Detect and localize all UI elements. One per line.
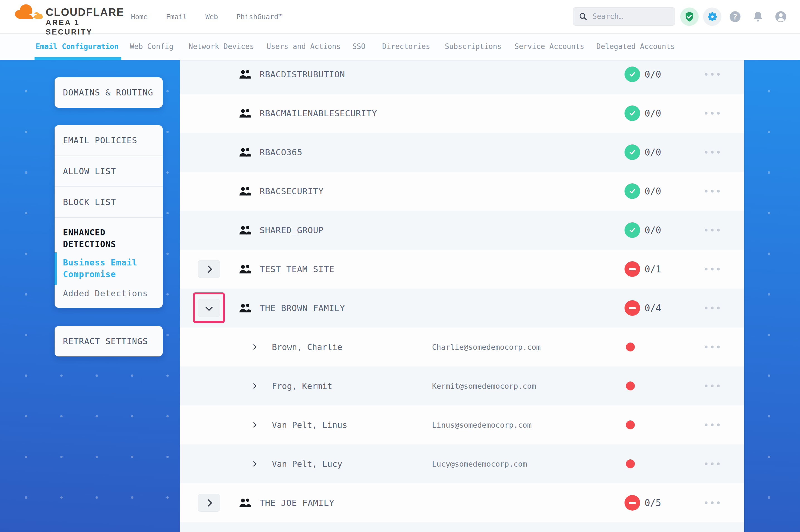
sidebar-item-retract-settings[interactable]: RETRACT SETTINGS — [55, 326, 163, 357]
sidebar-card-1: DOMAINS & ROUTING — [55, 77, 163, 108]
status-blocked-badge — [624, 261, 640, 277]
sidebar-card-3: RETRACT SETTINGS — [55, 326, 163, 357]
tab-delegated-accounts[interactable]: Delegated Accounts — [596, 33, 675, 60]
member-email: Linus@somedemocorp.com — [432, 421, 532, 429]
group-name: THE BROWN FAMILY — [260, 303, 345, 313]
member-name: Van Pelt, Lucy — [272, 459, 342, 469]
detection-count: 0/0 — [644, 108, 661, 119]
list-bottom-filler — [180, 522, 744, 532]
row-actions-menu-button[interactable] — [703, 419, 721, 431]
chevron-right-icon[interactable] — [251, 461, 257, 467]
app-header: CLOUDFLARE AREA 1 SECURITY HomeEmailWebP… — [0, 0, 800, 34]
expand-group-button[interactable] — [198, 260, 220, 278]
help-button[interactable]: ? — [726, 7, 744, 26]
table-row-member: Van Pelt, LucyLucy@somedemocorp.com — [180, 444, 744, 483]
status-ok-badge — [624, 222, 640, 238]
status-ok-badge — [624, 106, 640, 121]
account-button[interactable] — [771, 7, 790, 26]
sidebar-card-2: EMAIL POLICIESALLOW LISTBLOCK LISTENHANC… — [55, 125, 163, 308]
tab-service-accounts[interactable]: Service Accounts — [514, 33, 584, 60]
sidebar-item-domains-routing[interactable]: DOMAINS & ROUTING — [55, 77, 163, 108]
chevron-right-icon[interactable] — [251, 344, 257, 350]
member-name: Brown, Charlie — [272, 342, 342, 352]
group-name: RBACO365 — [260, 147, 302, 157]
table-row-group: RBACSECURITY0/0 — [180, 172, 744, 211]
sidebar-item-email-policies[interactable]: EMAIL POLICIES — [55, 125, 163, 156]
row-actions-menu-button[interactable] — [703, 458, 721, 469]
member-email: Kermit@somedemocorp.com — [432, 382, 536, 391]
row-actions-menu-button[interactable] — [703, 380, 721, 392]
sidebar-item-allow-list[interactable]: ALLOW LIST — [55, 156, 163, 187]
sidebar-item-business-email-compromise[interactable]: Business Email Compromise — [55, 252, 163, 285]
table-row-group: RBACDISTRUBUTION0/0 — [180, 60, 744, 94]
minus-icon — [629, 502, 636, 504]
table-row-member: Brown, CharlieCharlie@somedemocorp.com — [180, 327, 744, 366]
header-link-phishguard[interactable]: PhishGuard™ — [236, 13, 283, 21]
sidebar-item-enhanced-detections: ENHANCED DETECTIONS — [55, 218, 163, 252]
row-actions-menu-button[interactable] — [703, 69, 721, 80]
group-name: RBACSECURITY — [260, 186, 324, 196]
search-input[interactable] — [592, 12, 666, 21]
collapse-group-button[interactable] — [198, 299, 220, 317]
sidebar-item-added-detections[interactable]: Added Detections — [55, 285, 163, 308]
tab-users-and-actions[interactable]: Users and Actions — [267, 33, 341, 60]
security-shield-button[interactable] — [680, 7, 698, 26]
row-actions-menu-button[interactable] — [703, 497, 721, 508]
table-row-member: Frog, KermitKermit@somedemocorp.com — [180, 366, 744, 405]
detection-count: 0/0 — [644, 147, 661, 158]
user-icon — [774, 10, 788, 24]
minus-icon — [629, 307, 636, 309]
help-icon: ? — [728, 10, 742, 24]
chevron-right-icon — [205, 265, 212, 273]
tab-sso[interactable]: SSO — [352, 33, 365, 60]
row-actions-menu-button[interactable] — [703, 341, 721, 353]
chevron-down-icon — [205, 304, 213, 311]
header-nav: HomeEmailWebPhishGuard™ — [131, 0, 283, 33]
member-email: Lucy@somedemocorp.com — [432, 460, 527, 468]
sidebar-item-block-list[interactable]: BLOCK LIST — [55, 187, 163, 218]
tab-subscriptions[interactable]: Subscriptions — [445, 33, 502, 60]
tab-directories[interactable]: Directories — [382, 33, 430, 60]
logo-line2: AREA 1 SECURITY — [46, 18, 124, 37]
status-dot — [626, 343, 635, 352]
row-actions-menu-button[interactable] — [703, 108, 721, 119]
group-icon — [239, 186, 252, 196]
chevron-right-icon[interactable] — [251, 422, 257, 428]
group-name: TEST TEAM SITE — [260, 264, 334, 274]
group-name: RBACMAILENABLESECURITY — [260, 108, 377, 118]
member-name: Van Pelt, Linus — [272, 420, 347, 430]
status-blocked-badge — [624, 495, 640, 511]
row-actions-menu-button[interactable] — [703, 225, 721, 236]
shield-check-icon — [684, 11, 695, 22]
table-row-group: RBACMAILENABLESECURITY0/0 — [180, 94, 744, 133]
row-actions-menu-button[interactable] — [703, 302, 721, 314]
tab-email-configuration[interactable]: Email Configuration — [36, 33, 119, 60]
status-blocked-badge — [624, 300, 640, 316]
header-link-email[interactable]: Email — [166, 13, 187, 21]
member-name: Frog, Kermit — [272, 381, 332, 391]
tab-network-devices[interactable]: Network Devices — [188, 33, 254, 60]
chevron-right-icon — [205, 499, 212, 507]
status-ok-badge — [624, 145, 640, 160]
status-dot — [626, 420, 635, 429]
logo-line1: CLOUDFLARE — [46, 7, 124, 18]
settings-button[interactable] — [703, 7, 722, 26]
header-link-web[interactable]: Web — [205, 13, 218, 21]
detection-count: 0/5 — [644, 497, 661, 508]
row-actions-menu-button[interactable] — [703, 147, 721, 158]
table-row-group: THE BROWN FAMILY0/4 — [180, 288, 744, 327]
chevron-right-icon[interactable] — [251, 383, 257, 389]
group-name: THE JOE FAMILY — [260, 498, 334, 508]
gear-icon — [706, 11, 718, 22]
table-row-member: Van Pelt, LinusLinus@somedemocorp.com — [180, 405, 744, 444]
table-row-group: RBACO3650/0 — [180, 133, 744, 172]
header-link-home[interactable]: Home — [131, 13, 148, 21]
row-actions-menu-button[interactable] — [703, 264, 721, 274]
tab-web-config[interactable]: Web Config — [130, 33, 174, 60]
expand-group-button[interactable] — [198, 494, 220, 512]
notifications-button[interactable] — [749, 7, 767, 26]
detection-count: 0/0 — [644, 69, 661, 80]
search-box[interactable] — [573, 7, 675, 25]
row-actions-menu-button[interactable] — [703, 186, 721, 197]
group-icon — [239, 69, 252, 80]
